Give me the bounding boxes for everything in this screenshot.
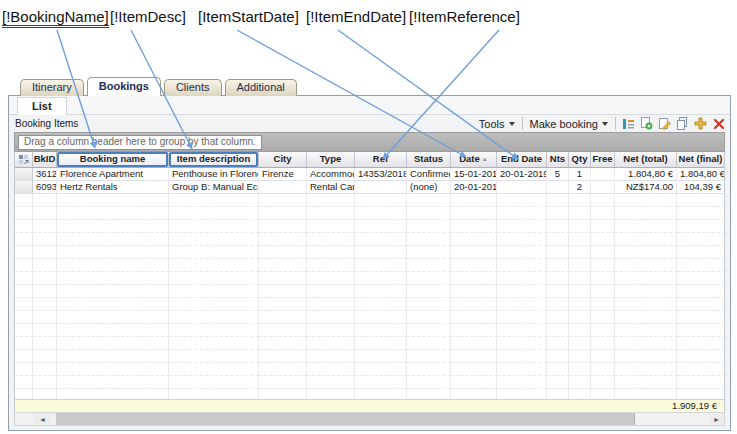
cell-type [307, 324, 355, 337]
scroll-right-button[interactable]: ► [709, 413, 724, 425]
make-booking-dropdown[interactable]: Make booking [528, 118, 611, 130]
horizontal-scrollbar[interactable]: ◄ ► [14, 412, 725, 426]
group-by-bar[interactable]: Drag a column header here to group by th… [14, 132, 725, 152]
scrollbar-thumb[interactable] [56, 413, 635, 425]
column-header-bookingName[interactable]: Booking name [57, 152, 169, 167]
cell-itemDesc[interactable]: Group B: Manual Economy... [169, 181, 259, 194]
form-icon[interactable] [621, 117, 636, 131]
cell-netFinal[interactable]: 1.804,80 € [677, 168, 725, 181]
cell-type[interactable]: Accommoda... [307, 168, 355, 181]
cell-bookingName[interactable]: Hertz Rentals [57, 181, 169, 194]
cell-city[interactable]: Firenze [259, 168, 307, 181]
cell-qty [569, 194, 591, 207]
cell-bkid [33, 350, 57, 363]
cell-bkid[interactable]: 6093 [33, 181, 57, 194]
cell-ref [355, 285, 407, 298]
cell-netFinal [677, 272, 725, 285]
cell-type[interactable]: Rental Car [307, 181, 355, 194]
cell-city [259, 376, 307, 389]
cell-nts[interactable] [547, 181, 569, 194]
cell-date[interactable]: 15-01-2019 [451, 168, 497, 181]
column-header-status[interactable]: Status [407, 152, 451, 167]
cell-type [307, 298, 355, 311]
cell-free [591, 259, 615, 272]
grid-header-row: BkIDBooking nameItem descriptionCityType… [15, 152, 725, 168]
column-header-netTotal[interactable]: Net (total) [615, 152, 677, 167]
row-selector-cell[interactable] [15, 168, 33, 181]
column-header-endDate[interactable]: End Date [497, 152, 547, 167]
tab-additional[interactable]: Additional [225, 79, 297, 96]
cell-bookingName[interactable]: Florence Apartment [57, 168, 169, 181]
cell-netFinal [677, 363, 725, 376]
tab-itinerary[interactable]: Itinerary [20, 79, 84, 96]
cell-ref[interactable]: 14353/2018 [355, 168, 407, 181]
cell-netFinal[interactable]: 104,39 € [677, 181, 725, 194]
column-header-type[interactable]: Type [307, 152, 355, 167]
scroll-left-button[interactable]: ◄ [35, 413, 50, 425]
column-header-netFinal[interactable]: Net (final) [677, 152, 725, 167]
cell-nts[interactable]: 5 [547, 168, 569, 181]
cell-endDate[interactable]: 20-01-2019 [497, 168, 547, 181]
row-selector-cell [15, 285, 33, 298]
cell-endDate [497, 376, 547, 389]
column-header-label: Item description [177, 153, 250, 164]
cell-city[interactable] [259, 181, 307, 194]
cell-status[interactable]: Confirmed [407, 168, 451, 181]
tools-dropdown[interactable]: Tools [477, 118, 517, 130]
cell-status [407, 298, 451, 311]
cell-netTotal[interactable]: NZ$174.00 [615, 181, 677, 194]
cell-qty[interactable]: 1 [569, 168, 591, 181]
cell-netTotal [615, 376, 677, 389]
column-header-free[interactable]: Free [591, 152, 615, 167]
cell-free[interactable] [591, 181, 615, 194]
table-row-1[interactable]: 6093Hertz RentalsGroup B: Manual Economy… [15, 181, 725, 194]
cell-endDate [497, 272, 547, 285]
copy-item-icon[interactable] [675, 117, 690, 131]
cell-bookingName [57, 233, 169, 246]
column-header-label: Ref [373, 153, 388, 164]
cell-city [259, 207, 307, 220]
cell-netTotal [615, 298, 677, 311]
column-header-qty[interactable]: Qty [569, 152, 591, 167]
cell-status [407, 363, 451, 376]
tab-bookings[interactable]: Bookings [87, 77, 161, 96]
cell-date[interactable]: 20-01-2019 [451, 181, 497, 194]
panel-title: Booking Items [15, 118, 78, 129]
row-selector-cell [15, 311, 33, 324]
column-header-ref[interactable]: Ref [355, 152, 407, 167]
cell-free[interactable] [591, 168, 615, 181]
grid-rows: 3612Florence ApartmentPenthouse in Flore… [15, 168, 725, 399]
cell-netTotal[interactable]: 1.804,80 € [615, 168, 677, 181]
tab-clients[interactable]: Clients [164, 79, 222, 96]
column-header-bkid[interactable]: BkID [33, 152, 57, 167]
add-item-icon[interactable] [693, 117, 708, 131]
empty-grid-row [15, 246, 725, 259]
column-header-date[interactable]: Date▲ [451, 152, 497, 167]
cell-status[interactable]: (none) [407, 181, 451, 194]
empty-grid-row [15, 259, 725, 272]
new-item-icon[interactable] [639, 117, 654, 131]
cell-qty[interactable]: 2 [569, 181, 591, 194]
cell-itemDesc[interactable]: Penthouse in Florence [169, 168, 259, 181]
tab-list[interactable]: List [17, 97, 67, 115]
cell-bkid[interactable]: 3612 [33, 168, 57, 181]
delete-item-icon[interactable] [711, 117, 726, 131]
cell-ref[interactable] [355, 181, 407, 194]
column-header-sel[interactable] [15, 152, 33, 167]
cell-itemDesc [169, 194, 259, 207]
column-header-itemDesc[interactable]: Item description [169, 152, 259, 167]
row-selector-cell[interactable] [15, 181, 33, 194]
edit-item-icon[interactable] [657, 117, 672, 131]
row-selector-cell [15, 324, 33, 337]
column-header-city[interactable]: City [259, 152, 307, 167]
chevron-down-icon [509, 122, 515, 126]
cell-bookingName [57, 350, 169, 363]
empty-grid-row [15, 350, 725, 363]
column-header-label: Booking name [80, 153, 145, 164]
cell-endDate[interactable] [497, 181, 547, 194]
cell-netTotal [615, 233, 677, 246]
column-header-nts[interactable]: Nts [547, 152, 569, 167]
cell-endDate [497, 337, 547, 350]
table-row-0[interactable]: 3612Florence ApartmentPenthouse in Flore… [15, 168, 725, 181]
cell-ref [355, 233, 407, 246]
